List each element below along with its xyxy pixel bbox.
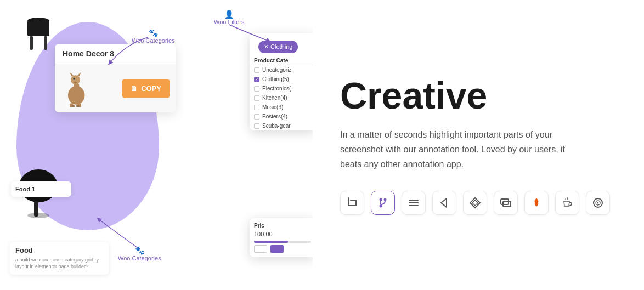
svg-rect-2: [30, 36, 33, 50]
food-text-desc: a build woocommerce category grid ry lay…: [15, 257, 103, 270]
svg-point-31: [597, 202, 599, 204]
food-small-label: Food 1: [15, 186, 67, 192]
food-text-title: Food: [15, 246, 103, 254]
food-text-card: Food a build woocommerce category grid r…: [10, 242, 109, 275]
checkbox-scuba[interactable]: [254, 123, 259, 129]
spiral-tool-icon[interactable]: [586, 191, 610, 215]
screen-tool-icon[interactable]: [494, 191, 518, 215]
checkbox-music[interactable]: [254, 105, 259, 110]
svg-rect-1: [27, 21, 49, 36]
chair-top-image: [22, 11, 55, 55]
card-home-content: 🗎 COPY: [55, 64, 176, 112]
paw-icon-top: 🐾: [149, 29, 158, 37]
woo-categories-bottom-label: 🐾 Woo Categories: [118, 246, 161, 261]
coffee-tool-icon[interactable]: [555, 191, 579, 215]
svg-point-9: [73, 78, 75, 79]
copy-icon: 🗎: [131, 84, 138, 93]
fire-tool-icon[interactable]: [524, 191, 549, 215]
price-input-max[interactable]: [270, 245, 284, 253]
home-decor-card: Home Decor 8: [55, 44, 176, 112]
svg-marker-24: [441, 198, 447, 207]
crop-tool-icon[interactable]: [340, 191, 364, 215]
svg-point-19: [384, 198, 387, 201]
svg-marker-26: [472, 200, 478, 206]
price-panel-title: Pric: [254, 223, 311, 229]
svg-rect-5: [74, 83, 79, 96]
headline: Creative: [340, 75, 617, 116]
copy-button[interactable]: 🗎 COPY: [122, 79, 170, 98]
svg-point-20: [380, 205, 382, 208]
food-small-card: Food 1: [11, 181, 71, 197]
woo-categories-top-label: 🐾 Woo Categories: [132, 29, 175, 44]
filter-item-posters[interactable]: Posters(4): [250, 112, 313, 121]
checkbox-posters[interactable]: [254, 114, 259, 120]
filter-item-electronics[interactable]: Electronics(: [250, 84, 313, 93]
woo-filters-label: 👤 Woo Filters: [214, 10, 244, 25]
price-range-bar[interactable]: [254, 241, 311, 243]
filter-item-music[interactable]: Music(3): [250, 103, 313, 112]
filter-panel-title: Product Cate: [250, 55, 313, 65]
tools-row: [340, 191, 617, 215]
clothing-tag[interactable]: ✕ Clothing: [258, 41, 298, 53]
right-panel: Creative In a matter of seconds highligh…: [313, 53, 644, 237]
filter-item-clothing[interactable]: ✓ Clothing(5): [250, 75, 313, 84]
paw-icon-bottom: 🐾: [135, 246, 144, 255]
card-home-header: Home Decor 8: [55, 44, 176, 64]
checkbox-uncategorized[interactable]: [254, 67, 259, 73]
layers-tool-icon[interactable]: [463, 191, 487, 215]
description-text: In a matter of seconds highlight importa…: [340, 127, 581, 172]
checkbox-electronics[interactable]: [254, 86, 259, 92]
svg-point-17: [27, 213, 49, 218]
checkbox-clothing[interactable]: ✓: [254, 77, 259, 82]
branch-tool-icon[interactable]: [371, 191, 395, 215]
filter-item-uncategorized[interactable]: Uncategoriz: [250, 65, 313, 75]
llama-icon: [60, 70, 91, 107]
person-icon: 👤: [224, 10, 234, 19]
price-input-min[interactable]: [254, 245, 267, 253]
back-tool-icon[interactable]: [432, 191, 456, 215]
menu-tool-icon[interactable]: [402, 191, 426, 215]
price-range-fill: [254, 241, 288, 243]
filter-panel: ✕ Clothing Product Cate Uncategoriz ✓ Cl…: [250, 33, 313, 130]
price-panel: Pric 100.00: [250, 218, 313, 257]
left-panel: 🐾 Woo Categories 👤 Woo Filters Home Deco…: [0, 0, 313, 290]
svg-rect-3: [44, 36, 47, 50]
filter-item-kitchen[interactable]: Kitchen(4): [250, 93, 313, 103]
checkbox-kitchen[interactable]: [254, 95, 259, 101]
price-value: 100.00: [254, 231, 311, 237]
filter-item-scuba[interactable]: Scuba-gear: [250, 121, 313, 130]
svg-point-10: [74, 82, 77, 83]
svg-point-18: [380, 198, 382, 201]
svg-marker-25: [470, 198, 480, 208]
